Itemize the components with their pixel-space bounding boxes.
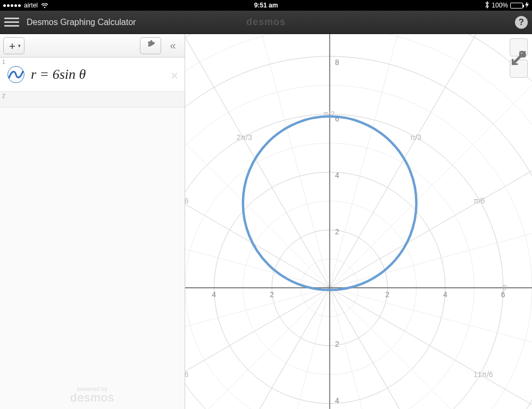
svg-text:0: 0 xyxy=(503,283,507,292)
row-index: 2 xyxy=(2,93,5,99)
expression-text[interactable]: r = 6sin θ xyxy=(31,67,86,83)
add-expression-button[interactable]: ＋▾ xyxy=(3,37,24,54)
zoom-fit-button[interactable] xyxy=(510,60,528,78)
svg-line-28 xyxy=(185,288,330,409)
svg-text:4: 4 xyxy=(443,290,447,299)
chevron-double-left-icon: « xyxy=(170,39,176,52)
svg-line-13 xyxy=(330,34,532,288)
expression-row-2[interactable]: 2 xyxy=(0,92,185,108)
status-right: 100% xyxy=(485,1,529,10)
svg-text:5π/6: 5π/6 xyxy=(185,197,189,205)
expression-panel: ＋▾ « 1 r = 6sin θ × 2 power xyxy=(0,34,185,409)
svg-line-14 xyxy=(330,34,532,288)
powered-by-brand: desmos xyxy=(70,392,114,404)
expression-toolbar: ＋▾ « xyxy=(0,34,185,58)
svg-point-0 xyxy=(44,7,45,8)
svg-text:2: 2 xyxy=(335,340,339,348)
expression-row-1[interactable]: 1 r = 6sin θ × xyxy=(0,58,185,92)
svg-text:4: 4 xyxy=(335,396,339,405)
main-layout: ＋▾ « 1 r = 6sin θ × 2 power xyxy=(0,34,532,409)
svg-point-8 xyxy=(185,56,532,409)
svg-text:2: 2 xyxy=(385,290,389,299)
graph-pane[interactable]: 422464224680π/6π/3π/22π/35π/67π/611π/6 xyxy=(185,34,532,409)
svg-text:4: 4 xyxy=(335,171,339,179)
svg-text:2: 2 xyxy=(270,290,274,299)
app-title: Desmos Graphing Calculator xyxy=(27,18,136,27)
wifi-icon xyxy=(41,3,48,8)
svg-line-24 xyxy=(185,288,330,409)
status-left: airtel xyxy=(3,2,48,9)
svg-text:π/6: π/6 xyxy=(473,197,485,205)
collapse-panel-button[interactable]: « xyxy=(164,37,181,54)
ios-status-bar: airtel 9:51 am 100% xyxy=(0,0,532,11)
gear-icon xyxy=(146,39,155,52)
svg-text:2π/3: 2π/3 xyxy=(237,133,252,142)
close-icon: × xyxy=(171,68,178,83)
expression-color-icon[interactable] xyxy=(7,66,24,83)
delete-expression-button[interactable]: × xyxy=(171,68,178,83)
help-button[interactable]: ? xyxy=(515,16,528,29)
svg-point-10 xyxy=(185,34,532,409)
svg-point-9 xyxy=(185,34,532,409)
svg-line-26 xyxy=(185,288,330,409)
row-index: 1 xyxy=(2,59,5,65)
svg-line-22 xyxy=(185,138,330,288)
carrier-label: airtel xyxy=(24,2,38,9)
svg-text:7π/6: 7π/6 xyxy=(185,370,189,379)
menu-icon[interactable] xyxy=(4,15,19,30)
graph-tools xyxy=(510,38,528,78)
settings-button[interactable] xyxy=(140,37,161,54)
battery-pct-label: 100% xyxy=(492,2,508,9)
svg-text:2: 2 xyxy=(335,227,339,236)
svg-line-27 xyxy=(185,288,330,409)
battery-icon xyxy=(510,3,523,9)
app-header: Desmos Graphing Calculator desmos ? xyxy=(0,11,532,34)
svg-text:11π/6: 11π/6 xyxy=(473,370,493,379)
brand-logo: desmos xyxy=(246,17,286,28)
clock-label: 9:51 am xyxy=(254,2,278,9)
svg-line-25 xyxy=(185,288,330,409)
svg-line-15 xyxy=(330,34,532,288)
powered-by-label: powered by desmos xyxy=(70,386,114,404)
bluetooth-icon xyxy=(485,1,489,10)
svg-text:π/3: π/3 xyxy=(410,133,422,142)
svg-text:8: 8 xyxy=(335,58,339,67)
charging-icon xyxy=(525,2,529,9)
svg-text:4: 4 xyxy=(212,290,216,299)
graph-canvas[interactable]: 422464224680π/6π/3π/22π/35π/67π/611π/6 xyxy=(185,34,532,409)
signal-dots-icon xyxy=(3,4,21,7)
